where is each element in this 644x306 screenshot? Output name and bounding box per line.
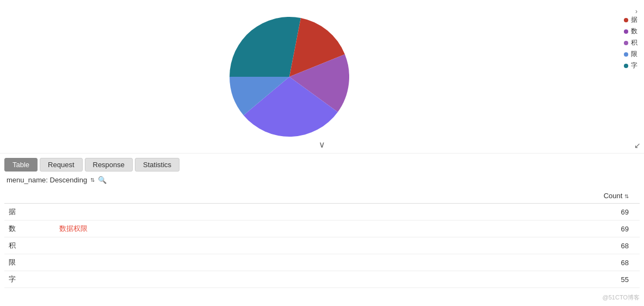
tab-table[interactable]: Table [4,158,38,172]
tab-request[interactable]: Request [40,158,82,172]
table-section: menu_name: Descending ⇅ 🔍 Count ⇅ 据69数数据… [0,172,644,288]
legend-label-3: 限 [631,50,637,59]
collapse-icon: ∨ [319,140,325,149]
cell-count: 68 [439,254,640,271]
table-header-row: Count ⇅ [4,188,640,204]
legend-dot-3 [624,52,628,57]
col-menu-name [4,188,439,204]
legend-item-2: 积 [624,38,637,47]
legend-label-0: 据 [631,15,637,25]
tabs-bar: Table Request Response Statistics [0,154,644,172]
chart-legend: › 据 数 积 限 字 [624,4,637,70]
cell-count: 69 [439,221,640,237]
cell-count: 55 [439,271,640,288]
cell-menu-name: 据 [4,204,439,221]
table-row: 字55 [4,271,640,288]
tooltip-text: 数据权限 [59,224,88,232]
search-icon[interactable]: 🔍 [98,176,107,184]
sort-bar: menu_name: Descending ⇅ 🔍 [4,172,640,188]
legend-label-4: 字 [631,61,637,70]
pie-chart-container [0,0,644,153]
data-table: Count ⇅ 据69数数据权限69积68限68字55 [4,188,640,288]
sort-arrows-icon[interactable]: ⇅ [90,177,95,183]
table-body: 据69数数据权限69积68限68字55 [4,204,640,288]
expand-right-button[interactable]: ↙ [634,141,641,150]
legend-label-1: 数 [631,27,637,36]
sort-label: menu_name: Descending [7,176,87,184]
col-count: Count ⇅ [439,188,640,204]
cell-menu-name: 数数据权限 [4,221,439,237]
tab-response[interactable]: Response [85,158,133,172]
count-sort-icon[interactable]: ⇅ [624,193,629,199]
cell-menu-name: 积 [4,237,439,254]
expand-right-icon: ↙ [634,141,641,150]
legend-item-3: 限 [624,50,637,59]
legend-item-4: 字 [624,61,637,70]
table-row: 限68 [4,254,640,271]
table-row: 数数据权限69 [4,221,640,237]
legend-dot-4 [624,64,628,68]
legend-label-2: 积 [631,38,637,47]
legend-expand-button[interactable]: › [635,8,637,15]
tab-statistics[interactable]: Statistics [135,158,179,172]
legend-dot-1 [624,29,628,34]
table-row: 据69 [4,204,640,221]
cell-count: 69 [439,204,640,221]
cell-count: 68 [439,237,640,254]
pie-segment-zi [230,17,301,77]
legend-item-0: 据 [624,15,637,25]
chart-section: › 据 数 积 限 字 ∨ ↙ [0,0,644,154]
legend-dot-2 [624,41,628,45]
cell-menu-name: 限 [4,254,439,271]
table-row: 积68 [4,237,640,254]
cell-menu-name: 字 [4,271,439,288]
legend-dot-0 [624,18,628,22]
collapse-button[interactable]: ∨ [319,139,325,150]
legend-item-1: 数 [624,27,637,36]
pie-chart [230,17,349,137]
count-col-label: Count [604,192,623,200]
